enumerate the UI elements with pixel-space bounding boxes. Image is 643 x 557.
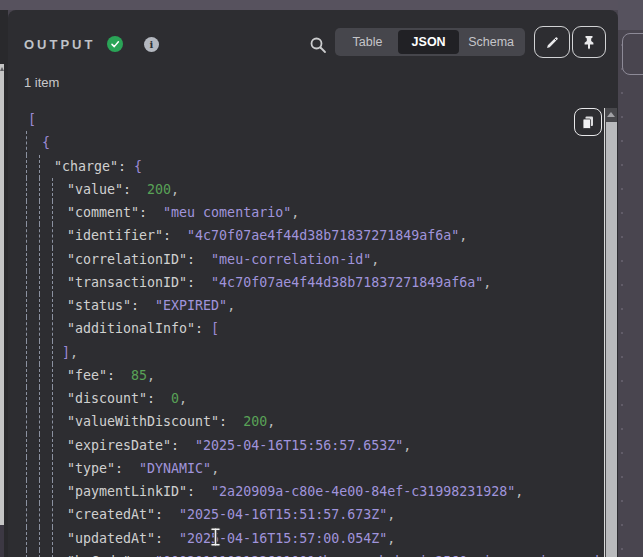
json-line: "updatedAt": "2025-04-16T15:57:00.054Z",: [8, 527, 604, 550]
indent-guide: [52, 503, 53, 526]
indent-guide: [52, 364, 53, 387]
screen: OUTPUT i TableJSONSchema 1 item: [0, 0, 643, 557]
indent-guide: [52, 201, 53, 224]
json-line: "discount": 0,: [8, 387, 604, 410]
pencil-icon: [545, 35, 560, 50]
indent-guide: [52, 550, 53, 557]
indent-guide: [26, 317, 27, 340]
indent-guide: [39, 224, 40, 247]
indent-guide: [39, 248, 40, 271]
items-count: 1 item: [24, 75, 59, 90]
indent-guide: [26, 271, 27, 294]
indent-guide: [39, 387, 40, 410]
triangle-up-icon: [607, 112, 615, 117]
indent-guide: [26, 248, 27, 271]
indent-guide: [52, 178, 53, 201]
indent-guide: [39, 201, 40, 224]
view-mode-tabs: TableJSONSchema: [335, 28, 525, 56]
indent-guide: [39, 294, 40, 317]
indent-guide: [26, 550, 27, 557]
panel-scrollbar[interactable]: [604, 108, 617, 557]
background-scrollbar-end: [0, 525, 4, 557]
edit-output-button[interactable]: [534, 26, 570, 58]
json-line: ],: [8, 341, 604, 364]
indent-guide: [39, 341, 40, 364]
indent-guide: [26, 294, 27, 317]
indent-guide: [39, 364, 40, 387]
indent-guide: [52, 271, 53, 294]
indent-guide: [26, 387, 27, 410]
copy-to-clipboard-button[interactable]: [574, 108, 602, 136]
canvas-top-strip: [618, 0, 643, 30]
indent-guide: [52, 480, 53, 503]
indent-guide: [39, 155, 40, 178]
indent-guide: [52, 248, 53, 271]
json-line: "identifier": "4c70f07ae4f44d38b71837271…: [8, 224, 604, 247]
indent-guide: [39, 317, 40, 340]
indent-guide: [26, 434, 27, 457]
json-line: "createdAt": "2025-04-16T15:51:57.673Z",: [8, 503, 604, 526]
indent-guide: [39, 178, 40, 201]
json-output-view: [{"charge": {"value": 200,"comment": "me…: [8, 108, 604, 557]
indent-guide: [52, 434, 53, 457]
json-line: "brCode": "00020101021226810014br.gov.bc…: [8, 550, 604, 557]
indent-guide: [52, 294, 53, 317]
indent-guide: [52, 341, 53, 364]
indent-guide: [52, 317, 53, 340]
text-cursor-pointer: [209, 527, 222, 551]
json-line: "status": "EXPIRED",: [8, 294, 604, 317]
indent-guide: [39, 457, 40, 480]
indent-guide: [26, 410, 27, 433]
tab-json[interactable]: JSON: [398, 30, 459, 54]
json-line: "charge": {: [8, 155, 604, 178]
scrollbar-up-button[interactable]: [605, 108, 617, 121]
indent-guide: [26, 201, 27, 224]
json-line: "paymentLinkID": "2a20909a-c80e-4e00-84e…: [8, 480, 604, 503]
tab-table[interactable]: Table: [337, 30, 398, 54]
indent-guide: [26, 155, 27, 178]
indent-guide: [26, 457, 27, 480]
indent-guide: [26, 178, 27, 201]
indent-guide: [26, 503, 27, 526]
indent-guide: [39, 550, 40, 557]
indent-guide: [52, 224, 53, 247]
indent-guide: [39, 434, 40, 457]
info-icon[interactable]: i: [144, 37, 159, 52]
success-check-icon: [107, 36, 123, 52]
top-bar: [0, 0, 643, 10]
indent-guide: [26, 224, 27, 247]
json-line: "correlationID": "meu-correlation-id",: [8, 248, 604, 271]
indent-guide: [39, 271, 40, 294]
json-line: "expiresDate": "2025-04-16T15:56:57.653Z…: [8, 434, 604, 457]
json-line: {: [8, 131, 604, 154]
indent-guide: [26, 131, 27, 154]
indent-guide: [52, 457, 53, 480]
json-line: "value": 200,: [8, 178, 604, 201]
json-line: "type": "DYNAMIC",: [8, 457, 604, 480]
indent-guide: [52, 410, 53, 433]
tab-schema[interactable]: Schema: [459, 30, 523, 54]
indent-guide: [26, 527, 27, 550]
json-line: [: [8, 108, 604, 131]
json-line: "valueWithDiscount": 200,: [8, 410, 604, 433]
json-line: "comment": "meu comentario",: [8, 201, 604, 224]
indent-guide: [52, 527, 53, 550]
json-line: "fee": 85,: [8, 364, 604, 387]
search-icon[interactable]: [309, 36, 327, 54]
indent-guide: [26, 480, 27, 503]
indent-guide: [39, 480, 40, 503]
indent-guide: [26, 364, 27, 387]
pin-icon: [582, 35, 596, 50]
indent-guide: [39, 410, 40, 433]
json-line: "additionalInfo": [: [8, 317, 604, 340]
indent-guide: [52, 387, 53, 410]
indent-guide: [39, 527, 40, 550]
json-line: "transactionID": "4c70f07ae4f44d38b71837…: [8, 271, 604, 294]
background-scrollbar[interactable]: [0, 64, 4, 525]
indent-guide: [39, 503, 40, 526]
pin-output-button[interactable]: [572, 26, 606, 58]
background-card-outline: [622, 33, 643, 75]
scrollbar-thumb[interactable]: [606, 122, 617, 557]
copy-icon: [581, 115, 595, 130]
background-scrollbar-up-icon[interactable]: [0, 67, 4, 71]
